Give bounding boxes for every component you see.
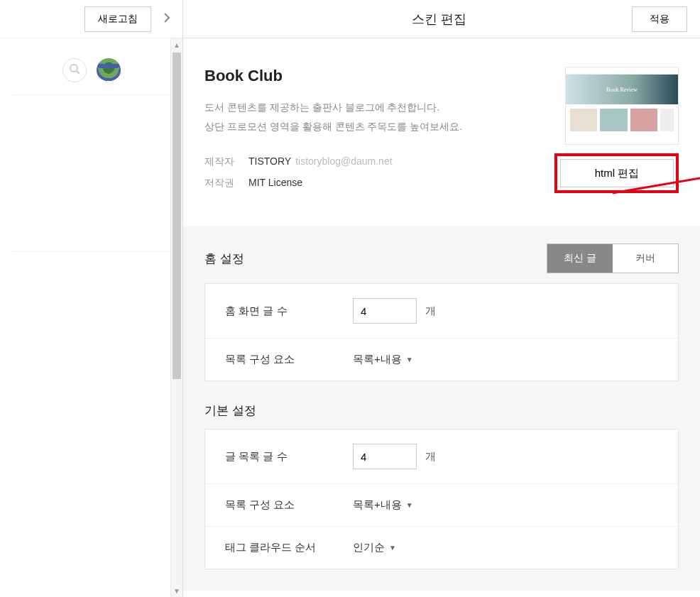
- home-settings-title: 홈 설정: [204, 251, 244, 267]
- skin-author-row: 제작자 TISTORY tistoryblog@daum.net: [204, 155, 540, 168]
- basic-tag-dropdown[interactable]: 인기순 ▼: [353, 541, 396, 554]
- basic-count-unit: 개: [425, 450, 436, 464]
- basic-tag-row: 태그 클라우드 순서 인기순 ▼: [205, 527, 678, 569]
- tab-cover[interactable]: 커버: [613, 244, 678, 273]
- left-toolbar: [13, 38, 170, 95]
- skin-preview: Book Review html 편집: [554, 67, 679, 198]
- skin-desc-line: 도서 콘텐츠를 제공하는 출판사 블로그에 추천합니다.: [204, 98, 540, 117]
- basic-list-row: 목록 구성 요소 목록+내용 ▼: [205, 484, 678, 527]
- tab-recent[interactable]: 최신 글: [547, 244, 613, 273]
- home-count-input[interactable]: [353, 298, 417, 324]
- basic-list-value: 목록+내용: [353, 498, 402, 512]
- home-list-row: 목록 구성 요소 목록+내용 ▼: [205, 339, 678, 380]
- basic-tag-label: 태그 클라우드 순서: [225, 541, 353, 554]
- basic-list-label: 목록 구성 요소: [225, 498, 353, 512]
- home-count-unit: 개: [425, 305, 436, 318]
- home-list-dropdown[interactable]: 목록+내용 ▼: [353, 353, 413, 366]
- caret-down-icon: ▼: [389, 544, 396, 552]
- search-button[interactable]: [62, 58, 87, 82]
- main-pane: 스킨 편집 적용 Book Club 도서 콘텐츠를 제공하는 출판사 블로그에…: [183, 0, 700, 597]
- chevron-right-icon: [163, 13, 170, 25]
- apply-button[interactable]: 적용: [632, 6, 687, 32]
- skin-license-value: MIT License: [248, 177, 302, 188]
- skin-author-label: 제작자: [204, 155, 248, 168]
- html-edit-button[interactable]: html 편집: [560, 159, 674, 187]
- skin-name: Book Club: [204, 67, 540, 85]
- left-sidebar: 새로고침 ▲ ▼: [0, 0, 183, 597]
- skin-license-label: 저작권: [204, 177, 248, 190]
- scrollbar-thumb[interactable]: [173, 53, 181, 379]
- skin-author-email: tistoryblog@daum.net: [295, 155, 392, 167]
- svg-point-0: [70, 65, 77, 72]
- caret-down-icon: ▼: [406, 356, 413, 363]
- scroll-up-icon[interactable]: ▲: [171, 38, 182, 51]
- skin-desc-line: 상단 프로모션 영역을 활용해 콘텐츠 주목도를 높여보세요.: [204, 117, 540, 136]
- home-list-value: 목록+내용: [353, 353, 402, 366]
- left-header: 새로고침: [0, 0, 182, 38]
- basic-settings-title: 기본 설정: [204, 402, 256, 419]
- home-tab-group: 최신 글 커버: [547, 243, 679, 273]
- scroll-down-icon[interactable]: ▼: [171, 584, 182, 597]
- basic-count-label: 글 목록 글 수: [225, 450, 353, 464]
- collapse-sidebar-button[interactable]: [157, 9, 177, 29]
- scrollbar[interactable]: ▲ ▼: [170, 38, 182, 597]
- refresh-button[interactable]: 새로고침: [84, 6, 151, 32]
- html-edit-highlight: html 편집: [554, 153, 679, 193]
- home-count-row: 홈 화면 글 수 개: [205, 284, 678, 339]
- left-separator: [13, 251, 170, 252]
- avatar[interactable]: [97, 58, 121, 82]
- home-list-label: 목록 구성 요소: [225, 353, 353, 366]
- basic-tag-value: 인기순: [353, 541, 385, 554]
- thumb-hero-text: Book Review: [566, 75, 678, 104]
- main-header: 스킨 편집 적용: [183, 0, 700, 38]
- home-count-label: 홈 화면 글 수: [225, 305, 353, 318]
- basic-count-input[interactable]: [353, 444, 417, 469]
- skin-thumbnail[interactable]: Book Review: [565, 67, 679, 145]
- basic-list-dropdown[interactable]: 목록+내용 ▼: [353, 498, 413, 512]
- skin-info-section: Book Club 도서 콘텐츠를 제공하는 출판사 블로그에 추천합니다. 상…: [183, 38, 700, 226]
- caret-down-icon: ▼: [406, 501, 413, 509]
- basic-count-row: 글 목록 글 수 개: [205, 429, 678, 484]
- home-settings-card: 홈 화면 글 수 개 목록 구성 요소 목록+내용 ▼: [204, 283, 679, 381]
- page-title: 스킨 편집: [247, 11, 632, 28]
- skin-license-row: 저작권 MIT License: [204, 177, 540, 190]
- svg-line-1: [77, 71, 80, 74]
- basic-settings-card: 글 목록 글 수 개 목록 구성 요소 목록+내용 ▼ 태그 클라우드 순서 인…: [204, 429, 679, 569]
- settings-area: 홈 설정 최신 글 커버 홈 화면 글 수 개 목록 구성 요소 목록+내용 ▼: [183, 226, 700, 591]
- search-icon: [69, 63, 80, 77]
- skin-author-name: TISTORY: [248, 155, 291, 167]
